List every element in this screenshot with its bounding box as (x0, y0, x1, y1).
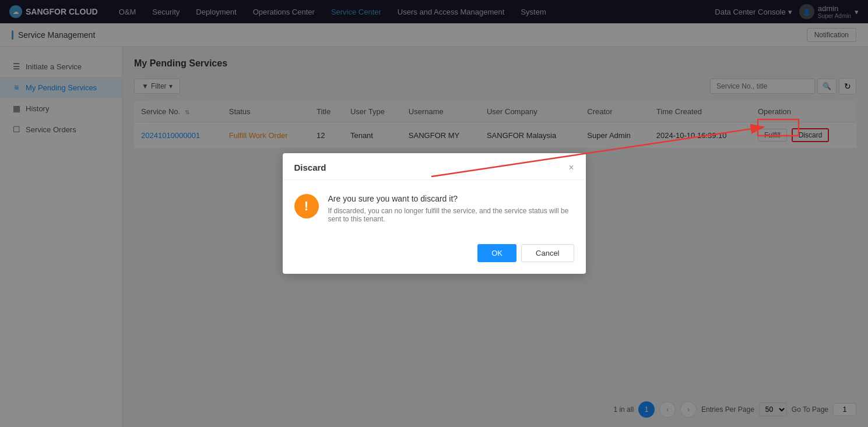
warning-icon: ! (294, 194, 319, 218)
dialog-overlay: Discard × ! Are you sure you want to dis… (0, 0, 868, 427)
dialog-footer: OK Cancel (283, 237, 586, 274)
dialog-close-button[interactable]: × (568, 163, 574, 172)
dialog-sub-text: If discarded, you can no longer fulfill … (328, 207, 574, 223)
dialog-text-area: Are you sure you want to discard it? If … (328, 194, 574, 223)
discard-dialog: Discard × ! Are you sure you want to dis… (283, 153, 586, 274)
ok-button[interactable]: OK (477, 244, 516, 262)
dialog-header: Discard × (283, 153, 586, 180)
dialog-body: ! Are you sure you want to discard it? I… (283, 180, 586, 237)
dialog-title: Discard (294, 163, 326, 172)
dialog-main-text: Are you sure you want to discard it? (328, 194, 574, 203)
cancel-button[interactable]: Cancel (521, 244, 574, 262)
